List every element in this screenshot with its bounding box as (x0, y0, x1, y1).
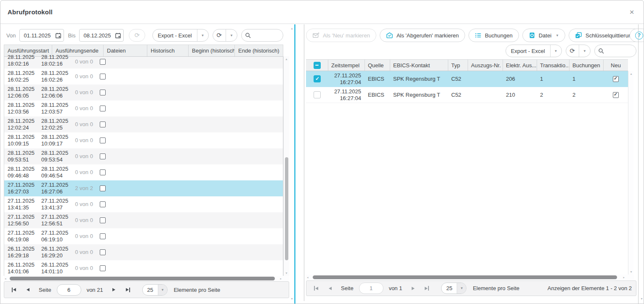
row-checkbox[interactable] (314, 75, 321, 82)
column-header-auszugs-nr[interactable]: Auszugs-Nr. (468, 60, 503, 71)
column-header-neu[interactable]: Neu (604, 60, 628, 71)
historisch-checkbox[interactable] (100, 106, 106, 111)
calendar-icon[interactable] (112, 29, 123, 41)
table-row[interactable]: 26.11.202514:01:06 26.11.202514:01:10 0 … (4, 260, 283, 276)
previous-page-button[interactable] (325, 283, 335, 294)
column-header-buchungen[interactable]: Buchungen (569, 60, 604, 71)
last-page-button[interactable] (421, 283, 432, 294)
date-from-field[interactable]: 01.11.2025 (19, 29, 64, 42)
refresh-split-button[interactable]: ⟳ ▼ (566, 45, 591, 57)
search-field[interactable] (594, 45, 636, 57)
table-row[interactable]: 28.11.202512:03:56 28.11.202512:03:57 0 … (4, 100, 283, 116)
export-excel-label[interactable]: Export - Excel (506, 45, 550, 57)
mark-retrieved-button[interactable]: Als 'Abgerufen' markieren (380, 29, 465, 42)
historisch-checkbox[interactable] (100, 90, 106, 95)
page-number-input[interactable] (57, 284, 81, 296)
scrollbar-thumb[interactable] (10, 277, 275, 280)
next-page-button[interactable] (407, 283, 418, 294)
page-size-select[interactable]: 25 ▼ (142, 284, 168, 296)
column-header-elektr-auszug[interactable]: Elektr. Aus... (503, 60, 537, 71)
historisch-checkbox[interactable] (100, 169, 106, 175)
column-header-zeitstempel[interactable]: Zeitstempel (328, 60, 365, 71)
scrollbar-thumb[interactable] (313, 275, 617, 279)
neu-checkbox[interactable] (613, 76, 619, 82)
select-all-checkbox[interactable] (314, 62, 321, 69)
historisch-checkbox[interactable] (100, 137, 106, 143)
historisch-checkbox[interactable] (100, 249, 106, 255)
historisch-checkbox[interactable] (100, 233, 106, 239)
column-header-ende-historisch[interactable]: Ende (historisch) (235, 45, 283, 56)
scroll-right-icon[interactable]: ▸ (623, 276, 625, 279)
historisch-checkbox[interactable] (100, 74, 106, 79)
historisch-checkbox[interactable] (100, 153, 106, 159)
table-row[interactable]: 26.11.202516:29:18 26.11.202516:29:20 0 … (4, 244, 283, 260)
export-options-toggle[interactable]: ▼ (550, 45, 562, 57)
scroll-up-icon[interactable]: ▲ (285, 58, 288, 61)
previous-page-button[interactable] (22, 284, 33, 295)
export-excel-split-button[interactable]: Export - Excel ▼ (152, 29, 209, 42)
refresh-options-toggle[interactable]: ▼ (226, 29, 237, 41)
page-number-input[interactable] (359, 283, 383, 294)
row-checkbox[interactable] (314, 91, 321, 98)
scroll-right-icon[interactable]: ▸ (280, 277, 282, 280)
column-header-historisch[interactable]: Historisch (147, 45, 189, 56)
vertical-scrollbar[interactable]: ▲ ▼ (283, 56, 289, 276)
horizontal-scrollbar[interactable]: ◂ ▸ (4, 276, 289, 281)
historisch-checkbox[interactable] (100, 217, 106, 223)
date-from-value[interactable]: 01.11.2025 (20, 32, 53, 39)
next-page-button[interactable] (109, 284, 120, 295)
column-header-typ[interactable]: Typ (448, 60, 468, 71)
horizontal-scrollbar[interactable]: ◂ ▸ (306, 275, 634, 280)
scroll-up-icon[interactable]: ▲ (290, 27, 293, 30)
page-size-select[interactable]: 25 ▼ (441, 283, 466, 294)
historisch-checkbox[interactable] (100, 122, 106, 127)
export-excel-split-button[interactable]: Export - Excel ▼ (506, 45, 562, 57)
table-row[interactable]: 27.11.202516:27:04 EBICS SPK Regensburg … (306, 87, 628, 103)
buchungen-button[interactable]: Buchungen (468, 29, 519, 42)
scroll-down-icon[interactable]: ▼ (290, 297, 293, 300)
scroll-down-icon[interactable]: ▼ (630, 270, 633, 273)
scroll-left-icon[interactable]: ◂ (307, 276, 309, 279)
last-page-button[interactable] (122, 284, 133, 295)
table-row[interactable]: 27.11.202516:27:04 EBICS SPK Regensburg … (306, 71, 628, 87)
table-row[interactable]: 28.11.202509:46:48 28.11.202509:46:54 0 … (4, 164, 283, 180)
refresh-options-toggle[interactable]: ▼ (579, 45, 590, 57)
search-input[interactable] (604, 48, 631, 54)
historisch-checkbox[interactable] (100, 201, 106, 207)
datei-button[interactable]: Datei ▼ (522, 29, 565, 42)
column-header-transaktionen[interactable]: Transaktio... (537, 60, 569, 71)
export-options-toggle[interactable]: ▼ (197, 29, 208, 41)
table-row[interactable]: 28.11.202516:02:25 28.11.202516:02:26 0 … (4, 69, 283, 85)
table-row[interactable]: 27.11.202506:19:08 27.11.202506:19:10 0 … (4, 228, 283, 244)
table-row[interactable]: 27.11.202513:41:35 27.11.202513:41:37 0 … (4, 196, 283, 212)
historisch-checkbox[interactable] (100, 59, 106, 65)
first-page-button[interactable] (8, 284, 19, 295)
table-row[interactable]: 28.11.202509:53:51 28.11.202509:53:54 0 … (4, 148, 283, 164)
scroll-up-icon[interactable]: ▲ (630, 72, 633, 75)
date-to-value[interactable]: 08.12.2025 (80, 32, 112, 39)
scroll-left-icon[interactable]: ◂ (5, 277, 6, 280)
close-icon[interactable]: × (626, 6, 638, 18)
column-header-quelle[interactable]: Quelle (365, 60, 390, 71)
table-row[interactable]: 28.11.202512:06:05 28.11.202512:06:06 0 … (4, 85, 283, 100)
historisch-checkbox[interactable] (100, 265, 106, 271)
date-to-field[interactable]: 08.12.2025 (79, 29, 124, 42)
refresh-split-button[interactable]: ⟳ ▼ (213, 29, 238, 42)
first-page-button[interactable] (311, 283, 322, 294)
column-header-ebics-kontakt[interactable]: EBICS-Kontakt (390, 60, 448, 71)
table-row[interactable]: 28.11.202512:02:24 28.11.202512:02:25 0 … (4, 116, 283, 132)
search-field[interactable] (241, 29, 283, 42)
historisch-checkbox[interactable] (100, 185, 106, 191)
table-row[interactable]: 27.11.202516:27:03 27.11.202516:27:06 2 … (4, 180, 283, 196)
column-header-beginn-historisch[interactable]: Beginn (historisch) (189, 45, 235, 56)
vertical-scrollbar[interactable]: ▲ ▼ (628, 71, 633, 275)
export-excel-label[interactable]: Export - Excel (153, 29, 197, 41)
calendar-icon[interactable] (53, 29, 64, 41)
panel-splitter[interactable] (294, 24, 295, 304)
neu-checkbox[interactable] (613, 92, 619, 98)
table-row[interactable]: 27.11.202512:56:50 27.11.202512:56:51 0 … (4, 212, 283, 228)
table-row[interactable]: 28.11.202510:09:15 28.11.202510:09:17 0 … (4, 132, 283, 148)
scroll-down-icon[interactable]: ▼ (640, 297, 643, 300)
table-row[interactable]: 28.11.202518:02:16 28.11.202518:02:16 0 … (4, 57, 283, 69)
scrollbar-thumb[interactable] (285, 157, 288, 260)
